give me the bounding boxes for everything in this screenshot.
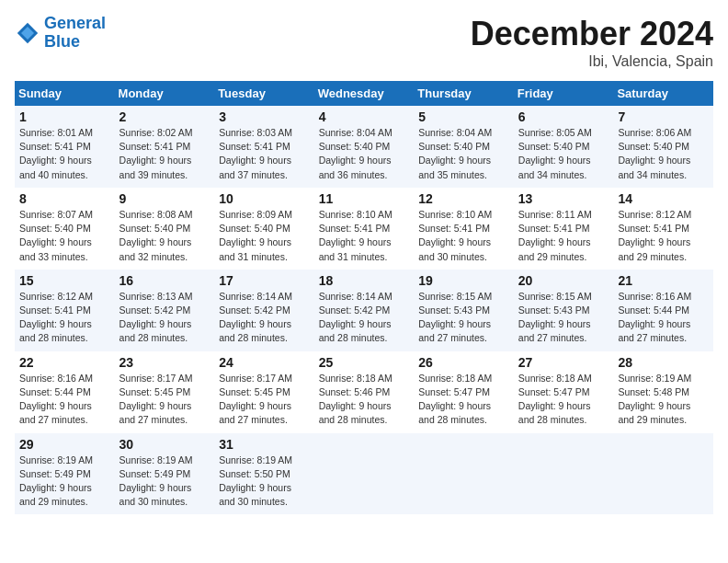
- daylight-label: Daylight: 9 hours and 29 minutes.: [19, 482, 92, 507]
- day-cell-21: 21 Sunrise: 8:16 AM Sunset: 5:44 PM Dayl…: [613, 270, 713, 351]
- daylight-label: Daylight: 9 hours and 28 minutes.: [119, 318, 192, 343]
- day-info: Sunrise: 8:12 AM Sunset: 5:41 PM Dayligh…: [19, 290, 110, 346]
- day-info: Sunrise: 8:18 AM Sunset: 5:47 PM Dayligh…: [418, 372, 509, 428]
- daylight-label: Daylight: 9 hours and 28 minutes.: [319, 318, 392, 343]
- header-saturday: Saturday: [613, 81, 713, 106]
- sunrise-label: Sunrise: 8:02 AM: [119, 127, 193, 138]
- daylight-label: Daylight: 9 hours and 39 minutes.: [119, 155, 192, 179]
- day-info: Sunrise: 8:15 AM Sunset: 5:43 PM Dayligh…: [518, 290, 609, 346]
- header-wednesday: Wednesday: [314, 81, 415, 106]
- sunrise-label: Sunrise: 8:04 AM: [418, 127, 492, 138]
- day-info: Sunrise: 8:09 AM Sunset: 5:40 PM Dayligh…: [219, 208, 310, 264]
- empty-cell-w4-d3: [314, 433, 415, 515]
- day-number: 9: [119, 191, 210, 206]
- logo-icon: [15, 20, 40, 46]
- sunset-label: Sunset: 5:41 PM: [219, 141, 290, 152]
- day-info: Sunrise: 8:19 AM Sunset: 5:49 PM Dayligh…: [119, 454, 210, 510]
- sunrise-label: Sunrise: 8:07 AM: [19, 209, 93, 220]
- sunrise-label: Sunrise: 8:18 AM: [319, 373, 392, 384]
- day-number: 27: [518, 355, 609, 370]
- day-info: Sunrise: 8:06 AM Sunset: 5:40 PM Dayligh…: [618, 126, 709, 182]
- day-number: 23: [119, 355, 210, 370]
- day-cell-11: 11 Sunrise: 8:10 AM Sunset: 5:41 PM Dayl…: [314, 188, 415, 270]
- sunset-label: Sunset: 5:41 PM: [319, 223, 391, 234]
- sunset-label: Sunset: 5:40 PM: [219, 223, 290, 234]
- sunset-label: Sunset: 5:49 PM: [119, 468, 191, 479]
- sunrise-label: Sunrise: 8:10 AM: [319, 209, 392, 220]
- sunset-label: Sunset: 5:40 PM: [618, 141, 689, 152]
- day-cell-17: 17 Sunrise: 8:14 AM Sunset: 5:42 PM Dayl…: [214, 270, 314, 351]
- header-friday: Friday: [514, 81, 614, 106]
- empty-cell-w4-d5: [514, 433, 614, 515]
- sunrise-label: Sunrise: 8:03 AM: [219, 127, 292, 138]
- day-info: Sunrise: 8:04 AM Sunset: 5:40 PM Dayligh…: [418, 126, 509, 182]
- daylight-label: Daylight: 9 hours and 28 minutes.: [319, 400, 392, 425]
- day-cell-5: 5 Sunrise: 8:04 AM Sunset: 5:40 PM Dayli…: [414, 106, 514, 188]
- sunset-label: Sunset: 5:41 PM: [119, 141, 191, 152]
- daylight-label: Daylight: 9 hours and 31 minutes.: [319, 236, 392, 261]
- sunset-label: Sunset: 5:42 PM: [219, 304, 290, 316]
- day-cell-14: 14 Sunrise: 8:12 AM Sunset: 5:41 PM Dayl…: [613, 188, 713, 270]
- empty-cell-w4-d6: [613, 433, 713, 515]
- day-cell-3: 3 Sunrise: 8:03 AM Sunset: 5:41 PM Dayli…: [214, 106, 314, 188]
- sunrise-label: Sunrise: 8:10 AM: [418, 209, 492, 220]
- day-cell-20: 20 Sunrise: 8:15 AM Sunset: 5:43 PM Dayl…: [514, 270, 614, 351]
- day-number: 10: [219, 191, 310, 206]
- day-info: Sunrise: 8:18 AM Sunset: 5:47 PM Dayligh…: [518, 372, 609, 428]
- title-section: December 2024 Ibi, Valencia, Spain: [471, 15, 713, 70]
- day-cell-22: 22 Sunrise: 8:16 AM Sunset: 5:44 PM Dayl…: [15, 351, 115, 433]
- day-info: Sunrise: 8:19 AM Sunset: 5:50 PM Dayligh…: [219, 454, 310, 510]
- day-number: 26: [418, 355, 509, 370]
- logo: General Blue: [15, 15, 106, 52]
- daylight-label: Daylight: 9 hours and 32 minutes.: [119, 236, 192, 261]
- sunset-label: Sunset: 5:48 PM: [618, 386, 689, 397]
- day-info: Sunrise: 8:16 AM Sunset: 5:44 PM Dayligh…: [618, 290, 709, 346]
- day-cell-27: 27 Sunrise: 8:18 AM Sunset: 5:47 PM Dayl…: [514, 351, 614, 433]
- week-row-3: 15 Sunrise: 8:12 AM Sunset: 5:41 PM Dayl…: [15, 270, 713, 351]
- sunrise-label: Sunrise: 8:18 AM: [418, 373, 492, 384]
- day-number: 19: [418, 273, 509, 288]
- day-number: 13: [518, 191, 609, 206]
- day-cell-30: 30 Sunrise: 8:19 AM Sunset: 5:49 PM Dayl…: [115, 433, 215, 515]
- sunset-label: Sunset: 5:50 PM: [219, 468, 290, 479]
- day-cell-1: 1 Sunrise: 8:01 AM Sunset: 5:41 PM Dayli…: [15, 106, 115, 188]
- day-cell-7: 7 Sunrise: 8:06 AM Sunset: 5:40 PM Dayli…: [613, 106, 713, 188]
- header: General Blue December 2024 Ibi, Valencia…: [15, 15, 713, 70]
- day-info: Sunrise: 8:08 AM Sunset: 5:40 PM Dayligh…: [119, 208, 210, 264]
- day-cell-13: 13 Sunrise: 8:11 AM Sunset: 5:41 PM Dayl…: [514, 188, 614, 270]
- day-cell-18: 18 Sunrise: 8:14 AM Sunset: 5:42 PM Dayl…: [314, 270, 415, 351]
- sunrise-label: Sunrise: 8:14 AM: [319, 291, 392, 302]
- sunrise-label: Sunrise: 8:09 AM: [219, 209, 292, 220]
- day-cell-26: 26 Sunrise: 8:18 AM Sunset: 5:47 PM Dayl…: [414, 351, 514, 433]
- logo-text-line2: Blue: [44, 33, 106, 52]
- day-cell-31: 31 Sunrise: 8:19 AM Sunset: 5:50 PM Dayl…: [214, 433, 314, 515]
- header-tuesday: Tuesday: [214, 81, 314, 106]
- sunset-label: Sunset: 5:45 PM: [119, 386, 191, 397]
- week-row-4: 22 Sunrise: 8:16 AM Sunset: 5:44 PM Dayl…: [15, 351, 713, 433]
- sunrise-label: Sunrise: 8:11 AM: [518, 209, 592, 220]
- day-number: 11: [319, 191, 410, 206]
- sunset-label: Sunset: 5:41 PM: [518, 223, 590, 234]
- sunrise-label: Sunrise: 8:15 AM: [518, 291, 592, 302]
- day-info: Sunrise: 8:01 AM Sunset: 5:41 PM Dayligh…: [19, 126, 110, 182]
- day-number: 7: [618, 109, 709, 124]
- location-title: Ibi, Valencia, Spain: [471, 53, 713, 70]
- day-number: 14: [618, 191, 709, 206]
- sunrise-label: Sunrise: 8:01 AM: [19, 127, 93, 138]
- sunrise-label: Sunrise: 8:19 AM: [618, 373, 691, 384]
- day-cell-24: 24 Sunrise: 8:17 AM Sunset: 5:45 PM Dayl…: [214, 351, 314, 433]
- day-number: 4: [319, 109, 410, 124]
- daylight-label: Daylight: 9 hours and 28 minutes.: [418, 400, 491, 425]
- day-cell-15: 15 Sunrise: 8:12 AM Sunset: 5:41 PM Dayl…: [15, 270, 115, 351]
- day-cell-23: 23 Sunrise: 8:17 AM Sunset: 5:45 PM Dayl…: [115, 351, 215, 433]
- day-info: Sunrise: 8:05 AM Sunset: 5:40 PM Dayligh…: [518, 126, 609, 182]
- sunset-label: Sunset: 5:41 PM: [19, 304, 91, 316]
- sunrise-label: Sunrise: 8:17 AM: [219, 373, 292, 384]
- day-info: Sunrise: 8:10 AM Sunset: 5:41 PM Dayligh…: [418, 208, 509, 264]
- sunrise-label: Sunrise: 8:16 AM: [618, 291, 691, 302]
- sunrise-label: Sunrise: 8:16 AM: [19, 373, 93, 384]
- day-cell-9: 9 Sunrise: 8:08 AM Sunset: 5:40 PM Dayli…: [115, 188, 215, 270]
- day-number: 15: [19, 273, 110, 288]
- day-number: 2: [119, 109, 210, 124]
- daylight-label: Daylight: 9 hours and 28 minutes.: [19, 318, 92, 343]
